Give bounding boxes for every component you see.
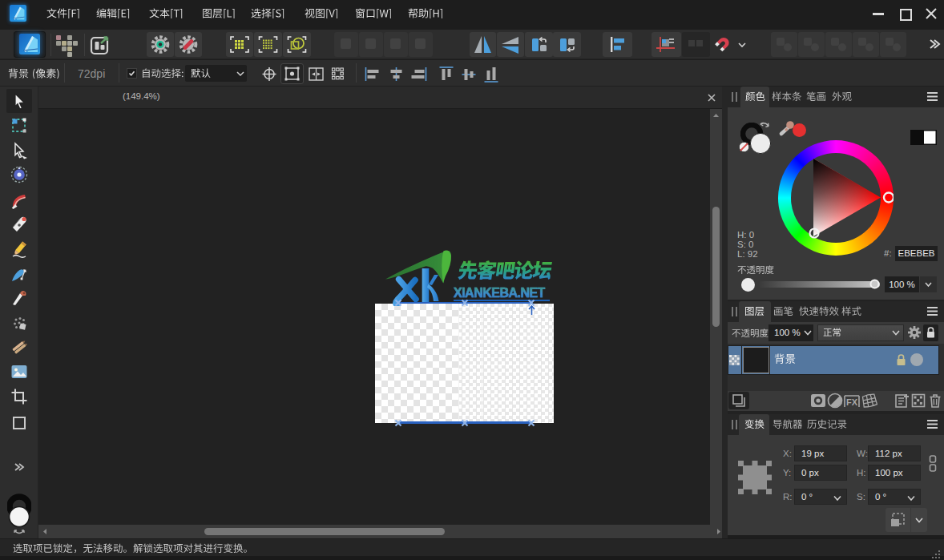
svg-text:FX: FX: [846, 397, 858, 407]
